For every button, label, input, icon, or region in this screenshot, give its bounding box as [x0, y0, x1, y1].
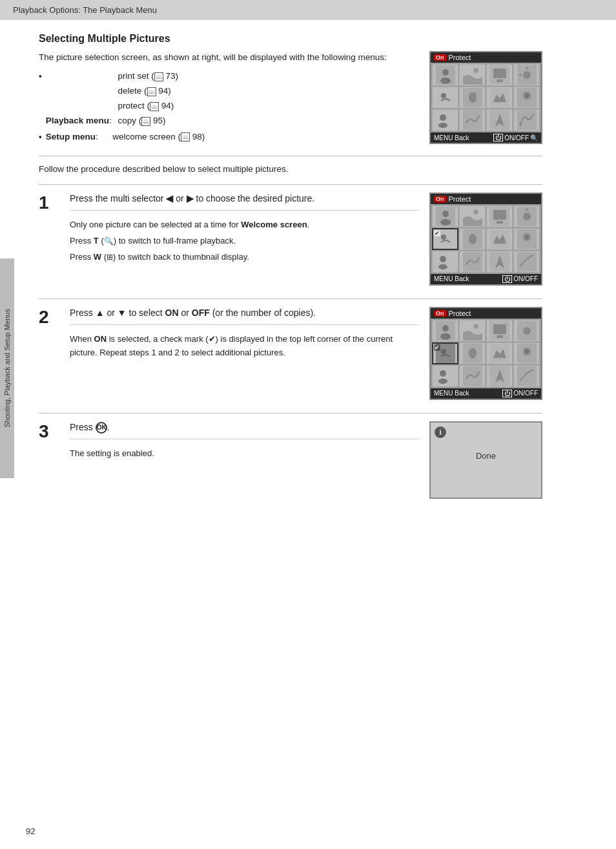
thumb-3	[486, 64, 513, 86]
w-btn: W	[94, 252, 101, 262]
bullet-dot-1: •	[39, 69, 42, 129]
on-bold: ON	[94, 334, 107, 344]
thumb-4	[513, 64, 540, 86]
intro-text: The picture selection screen, as shown a…	[39, 51, 416, 64]
svg-rect-48	[517, 252, 537, 271]
svg-rect-10	[436, 88, 455, 107]
s2-thumb-1	[432, 320, 458, 342]
screen-footer-s1: MENU Back ⏻ ON/OFF	[431, 274, 541, 284]
s1-thumb-5: ✔	[432, 228, 458, 250]
step-3: 3 Press OK. The setting is enabled. i Do…	[39, 421, 542, 499]
intro-row: The picture selection screen, as shown a…	[39, 51, 542, 148]
svg-point-1	[442, 69, 449, 76]
s1-thumb-10	[459, 251, 486, 273]
s2-thumb-12	[513, 365, 540, 387]
svg-point-60	[441, 349, 446, 354]
thumb-5	[432, 87, 458, 109]
screen-header-s2: On Protect	[431, 308, 541, 319]
header-title: Playback Options: The Playback Menu	[13, 5, 157, 15]
svg-point-69	[438, 379, 447, 384]
camera-screen-intro: On Protect	[429, 51, 542, 144]
svg-point-11	[441, 93, 446, 98]
step-2-line-1: When ON is selected, a check mark (✔) is…	[70, 333, 419, 360]
s1-thumb-11	[486, 251, 513, 273]
entry-print: print set (📖 73)	[118, 69, 179, 84]
step-2-image: On Protect ✔	[429, 307, 542, 400]
power-icon-s1: ⏻	[502, 275, 512, 283]
s2-thumb-4	[513, 320, 540, 342]
svg-rect-23	[517, 110, 537, 130]
svg-rect-6	[493, 68, 506, 78]
bullet-list: • Playback menu: print set (📖 73) delete…	[39, 69, 416, 143]
power-icon-s2: ⏻	[502, 390, 512, 397]
page-number: 92	[26, 826, 35, 836]
sidebar-tab-text: Shooting, Playback and Setup Menus	[3, 309, 11, 427]
header-bar: Playback Options: The Playback Menu	[0, 0, 616, 20]
svg-point-29	[473, 209, 478, 215]
t-btn: T	[94, 236, 99, 246]
s2-thumb-5: ✔	[432, 342, 458, 364]
step-1-line-1: Only one picture can be selected at a ti…	[70, 218, 419, 232]
on-icon-intro: On	[434, 54, 446, 61]
svg-point-20	[438, 123, 447, 128]
s1-thumb-6	[459, 228, 486, 250]
svg-point-2	[440, 78, 451, 84]
playback-label: Playback menu	[46, 116, 109, 125]
check-mark-s2: ✔	[434, 344, 440, 351]
svg-point-38	[469, 234, 477, 244]
on-icon-s2: On	[434, 310, 446, 317]
ref-icon-98: 📖	[181, 132, 190, 142]
s1-thumb-12	[513, 251, 540, 273]
s2-thumb-9	[432, 365, 458, 387]
check-glyph: ✔	[209, 334, 216, 344]
step-3-title: Press OK.	[70, 421, 419, 434]
svg-point-26	[442, 211, 449, 217]
ref-icon-73: 📖	[154, 72, 163, 81]
svg-rect-32	[497, 221, 503, 224]
setup-menu-item: Setup menu: welcome screen (📖 98)	[46, 130, 205, 144]
step-content-3: Press OK. The setting is enabled.	[70, 421, 419, 499]
divider-4	[39, 413, 542, 414]
s2-thumb-10	[459, 365, 486, 387]
footer-onoff-intro: ⏻ ON/OFF 🔍	[493, 134, 538, 142]
footer-onoff-s2: ⏻ ON/OFF	[502, 390, 538, 397]
ref-icon-94b: 📖	[150, 102, 159, 111]
check-mark-s1: ✔	[434, 230, 440, 236]
thumb-2	[459, 64, 486, 86]
ok-button-icon: OK	[96, 422, 107, 434]
svg-point-36	[441, 235, 446, 240]
svg-point-51	[440, 333, 451, 340]
thumb-1	[432, 64, 458, 86]
s2-thumb-8	[513, 342, 540, 364]
svg-rect-14	[490, 88, 509, 107]
thumb-11	[486, 109, 513, 131]
step-1-image: On Protect ✔	[429, 193, 542, 286]
divider-2	[39, 184, 542, 185]
entry-copy: copy (📖 95)	[118, 114, 179, 129]
s1-thumb-3	[486, 205, 513, 227]
footer-back-s1: MENU Back	[434, 275, 469, 282]
svg-point-58	[523, 327, 531, 335]
footer-back-s2: MENU Back	[434, 390, 469, 397]
svg-point-45	[438, 264, 447, 269]
svg-rect-55	[493, 324, 506, 334]
svg-point-17	[524, 93, 529, 98]
step-1-line-3: Press W (⊞) to switch back to thumbnail …	[70, 251, 419, 264]
svg-rect-39	[490, 229, 509, 249]
done-screen: i Done	[429, 421, 542, 499]
section-title: Selecting Multiple Pictures	[39, 33, 542, 45]
intro-left: The picture selection screen, as shown a…	[39, 51, 416, 148]
s2-thumb-6	[459, 342, 486, 364]
svg-point-27	[440, 219, 451, 225]
svg-point-62	[469, 348, 477, 359]
s2-thumb-11	[486, 365, 513, 387]
thumb-grid-s2: ✔	[431, 319, 541, 388]
step-2: 2 Press ▲ or ▼ to select ON or OFF (or t…	[39, 307, 542, 400]
thumb-8	[513, 87, 540, 109]
thumb-6	[459, 87, 486, 109]
s1-thumb-4	[513, 205, 540, 227]
step-number-1: 1	[39, 193, 59, 286]
playback-menu-item: Playback menu: print set (📖 73) delete (…	[46, 69, 178, 129]
thumb-grid-s1: ✔	[431, 204, 541, 274]
step-number-2: 2	[39, 307, 59, 400]
